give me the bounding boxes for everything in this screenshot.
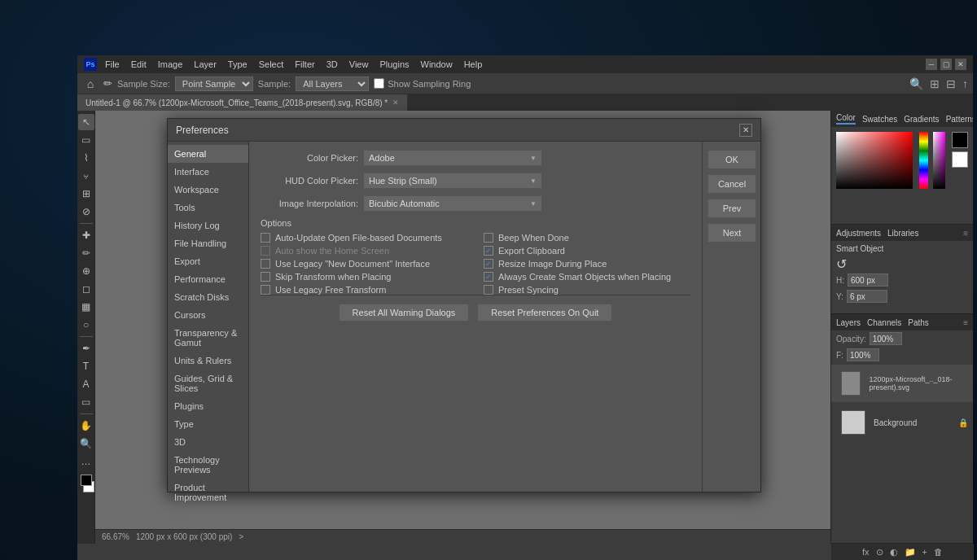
bg-layer-row[interactable]: Background 🔒 <box>831 404 973 441</box>
pref-nav-workspace[interactable]: Workspace <box>168 181 248 199</box>
menu-edit[interactable]: Edit <box>128 59 150 69</box>
channels-tab[interactable]: Channels <box>867 318 901 327</box>
color-swatches[interactable] <box>78 475 94 492</box>
document-tab[interactable]: Untitled-1 @ 66.7% (1200px-Microsoft_Off… <box>77 94 408 111</box>
menu-file[interactable]: File <box>102 59 123 69</box>
export-clipboard-row[interactable]: Export Clipboard <box>484 246 690 256</box>
eyedropper-tool[interactable]: ⊘ <box>78 203 94 220</box>
menu-select[interactable]: Select <box>256 59 287 69</box>
skip-transform-row[interactable]: Skip Transform when Placing <box>261 272 467 282</box>
reset-warnings-button[interactable]: Reset All Warning Dialogs <box>339 304 470 322</box>
menu-type[interactable]: Type <box>225 59 251 69</box>
alpha-bar[interactable] <box>933 132 945 189</box>
pref-nav-product[interactable]: Product Improvement <box>168 479 248 506</box>
skip-transform-checkbox[interactable] <box>261 272 270 282</box>
patterns-tab[interactable]: Patterns <box>946 115 973 124</box>
export-clipboard-checkbox[interactable] <box>484 246 493 256</box>
legacy-new-doc-row[interactable]: Use Legacy "New Document" Interface <box>261 259 467 269</box>
pref-nav-type[interactable]: Type <box>168 415 248 433</box>
always-smart-row[interactable]: Always Create Smart Objects when Placing <box>484 272 690 282</box>
marquee-tool[interactable]: ▭ <box>78 132 94 148</box>
legacy-free-checkbox[interactable] <box>261 285 270 295</box>
undo-icon[interactable]: ↺ <box>836 256 847 272</box>
close-button[interactable]: ✕ <box>955 59 966 70</box>
menu-3d[interactable]: 3D <box>323 59 341 69</box>
nav-arrow-icon[interactable]: > <box>239 532 243 541</box>
pref-nav-guides[interactable]: Guides, Grid & Slices <box>168 370 248 397</box>
brush-tool[interactable]: ✏ <box>78 245 94 261</box>
fg-color-chip[interactable] <box>952 132 968 148</box>
preset-syncing-checkbox[interactable] <box>484 285 493 295</box>
auto-update-checkbox[interactable] <box>261 233 270 243</box>
sample-select[interactable]: All Layers <box>296 77 369 91</box>
dodge-tool[interactable]: ○ <box>78 317 94 333</box>
ok-button[interactable]: OK <box>708 150 756 169</box>
pref-nav-scratch-disks[interactable]: Scratch Disks <box>168 288 248 306</box>
adj-panel-menu-icon[interactable]: ≡ <box>963 229 968 238</box>
tab-close-icon[interactable]: ✕ <box>392 98 399 107</box>
reset-prefs-button[interactable]: Reset Preferences On Quit <box>477 304 612 322</box>
color-gradient[interactable] <box>836 132 913 189</box>
menu-plugins[interactable]: Plugins <box>376 59 412 69</box>
always-smart-checkbox[interactable] <box>484 272 493 282</box>
home-icon[interactable]: ⌂ <box>82 76 99 92</box>
pref-close-button[interactable]: ✕ <box>739 124 752 137</box>
resize-image-row[interactable]: Resize Image During Place <box>484 259 690 269</box>
beep-row[interactable]: Beep When Done <box>484 233 690 243</box>
pref-nav-cursors[interactable]: Cursors <box>168 306 248 324</box>
color-picker-dropdown[interactable]: Adobe ▼ <box>363 150 542 166</box>
type-tool[interactable]: T <box>78 358 94 374</box>
hud-color-picker-dropdown[interactable]: Hue Strip (Small) ▼ <box>363 173 542 189</box>
restore-button[interactable]: ▢ <box>940 59 952 70</box>
next-button[interactable]: Next <box>708 223 756 243</box>
prev-button[interactable]: Prev <box>708 199 756 218</box>
zoom-tool[interactable]: 🔍 <box>78 435 94 452</box>
fill-input[interactable] <box>847 348 879 361</box>
opacity-input[interactable] <box>870 332 902 345</box>
paths-tab[interactable]: Paths <box>908 318 929 327</box>
preset-syncing-row[interactable]: Preset Syncing <box>484 285 690 295</box>
auto-home-row[interactable]: Auto show the Home Screen <box>261 246 467 256</box>
zoom-icon[interactable]: ⊟ <box>946 77 956 90</box>
image-interpolation-dropdown[interactable]: Bicubic Automatic ▼ <box>363 195 542 212</box>
pref-nav-performance[interactable]: Performance <box>168 270 248 288</box>
pref-nav-tech-previews[interactable]: Technology Previews <box>168 451 248 479</box>
legacy-free-row[interactable]: Use Legacy Free Transform <box>261 285 467 295</box>
sample-size-select[interactable]: Point Sample <box>175 77 253 91</box>
menu-layer[interactable]: Layer <box>191 59 220 69</box>
legacy-new-doc-checkbox[interactable] <box>261 259 270 269</box>
menu-image[interactable]: Image <box>155 59 186 69</box>
adjustments-tab[interactable]: Adjustments <box>836 229 881 238</box>
path-select-tool[interactable]: A <box>78 376 94 392</box>
sampling-ring-label[interactable]: Show Sampling Ring <box>374 78 471 89</box>
foreground-color[interactable] <box>81 475 92 486</box>
color-picker-area[interactable] <box>836 132 913 189</box>
pref-nav-general[interactable]: General <box>168 145 248 163</box>
sampling-ring-checkbox[interactable] <box>374 78 384 89</box>
pref-nav-transparency[interactable]: Transparency & Gamut <box>168 324 248 352</box>
h-input[interactable] <box>848 273 888 287</box>
minimize-button[interactable]: ─ <box>926 59 937 70</box>
pref-nav-interface[interactable]: Interface <box>168 163 248 181</box>
menu-filter[interactable]: Filter <box>291 59 318 69</box>
beep-checkbox[interactable] <box>484 233 493 243</box>
search-icon[interactable]: 🔍 <box>909 77 923 90</box>
pref-nav-export[interactable]: Export <box>168 252 248 270</box>
hue-bar[interactable] <box>919 132 928 189</box>
pref-nav-3d[interactable]: 3D <box>168 433 248 451</box>
heal-tool[interactable]: ✚ <box>78 227 94 243</box>
brush-tool-icon[interactable]: ✏ <box>103 77 112 90</box>
bg-color-chip[interactable] <box>952 151 968 168</box>
workspace-icon[interactable]: ⊞ <box>930 77 940 90</box>
crop-tool[interactable]: ⊞ <box>78 186 94 202</box>
share-icon[interactable]: ↑ <box>962 77 968 90</box>
gradients-tab[interactable]: Gradients <box>904 115 939 124</box>
resize-image-checkbox[interactable] <box>484 259 493 269</box>
cancel-button[interactable]: Cancel <box>708 174 756 194</box>
libraries-tab[interactable]: Libraries <box>887 229 918 238</box>
swatches-tab[interactable]: Swatches <box>862 115 897 124</box>
gradient-tool[interactable]: ▦ <box>78 299 94 315</box>
move-tool[interactable]: ↖ <box>78 114 94 130</box>
lasso-tool[interactable]: ⌇ <box>78 150 94 166</box>
auto-update-row[interactable]: Auto-Update Open File-based Documents <box>261 233 467 243</box>
